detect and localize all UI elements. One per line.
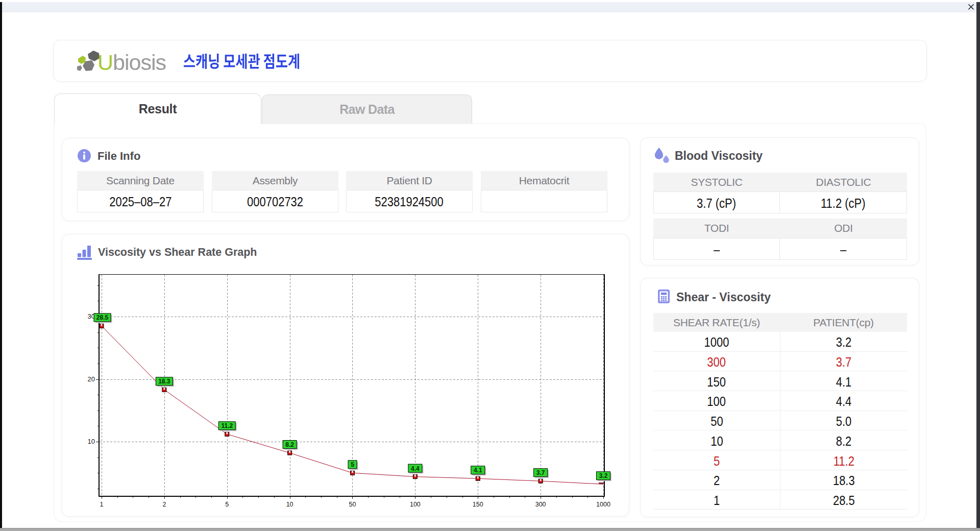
svg-text:20: 20 [88,375,95,383]
svg-text:1000: 1000 [596,501,610,508]
svg-text:10: 10 [286,501,293,508]
svg-text:5: 5 [225,501,229,508]
svg-text:1: 1 [100,501,104,508]
svg-text:10: 10 [88,438,95,445]
svg-text:28.5: 28.5 [96,314,109,321]
svg-text:3.7: 3.7 [536,469,545,476]
svg-text:3.2: 3.2 [599,472,608,479]
svg-text:150: 150 [473,501,483,508]
svg-text:4.1: 4.1 [474,467,482,474]
svg-text:4.4: 4.4 [411,465,420,472]
svg-text:5: 5 [351,461,354,468]
svg-text:11.2: 11.2 [221,422,233,429]
svg-text:100: 100 [410,501,421,508]
svg-text:2: 2 [162,501,166,508]
svg-text:18.3: 18.3 [158,378,170,385]
svg-text:8.2: 8.2 [285,441,294,448]
svg-text:50: 50 [349,501,356,508]
svg-text:300: 300 [535,501,546,508]
